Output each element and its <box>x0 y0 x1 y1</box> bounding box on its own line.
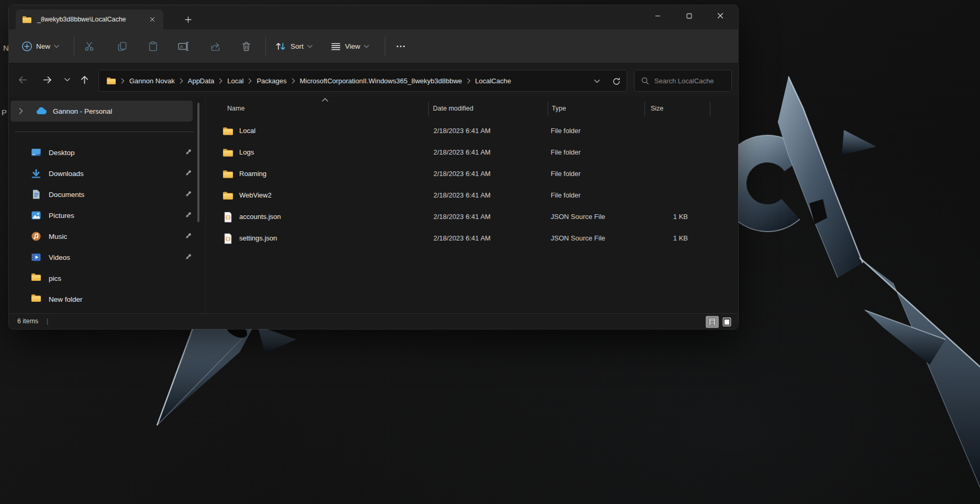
delete-button[interactable] <box>241 29 252 63</box>
breadcrumb-item[interactable]: Packages <box>257 77 286 85</box>
copy-button[interactable] <box>117 29 128 63</box>
column-header-date-modified[interactable]: Date modified <box>433 105 473 112</box>
paste-button[interactable] <box>148 29 159 63</box>
pin-icon <box>184 253 192 261</box>
address-dropdown-button[interactable] <box>588 70 606 92</box>
sidebar-item-desktop[interactable]: Desktop <box>10 142 193 163</box>
column-resize-handle[interactable] <box>710 102 710 116</box>
file-date-modified: 2/18/2023 6:41 AM <box>433 148 491 156</box>
pin-icon <box>184 232 192 240</box>
search-icon <box>641 76 649 85</box>
rename-button[interactable] <box>177 29 190 63</box>
sidebar-item-onedrive-personal[interactable]: Gannon - Personal <box>10 101 193 122</box>
file-row-logs[interactable]: Logs 2/18/2023 6:41 AM File folder <box>206 142 738 163</box>
breadcrumb-item[interactable]: Local <box>227 77 243 85</box>
column-header-size[interactable]: Size <box>651 105 663 112</box>
music-icon <box>31 231 41 242</box>
search-input[interactable] <box>654 77 728 85</box>
large-thumbnails-view-toggle-button[interactable] <box>720 316 733 328</box>
chevron-right-icon[interactable] <box>467 78 471 84</box>
json-file-icon <box>224 212 232 223</box>
folder-icon <box>31 273 41 281</box>
sidebar-item-downloads[interactable]: Downloads <box>10 163 193 184</box>
refresh-button[interactable] <box>606 70 627 92</box>
sidebar-item-pictures[interactable]: Pictures <box>10 205 193 226</box>
view-button[interactable]: View <box>330 29 369 63</box>
sidebar-item-new-folder[interactable]: New folder <box>10 289 193 310</box>
chevron-right-icon[interactable] <box>121 78 125 84</box>
navigation-pane: Gannon - Personal Desktop Downloads Docu… <box>9 96 205 313</box>
sidebar-item-pics[interactable]: pics <box>10 268 193 289</box>
cut-button[interactable] <box>84 29 95 63</box>
downloads-icon <box>31 168 41 179</box>
sidebar-item-label: Music <box>49 233 67 240</box>
chevron-right-icon[interactable] <box>219 78 222 84</box>
file-row-webview2[interactable]: WebView2 2/18/2023 6:41 AM File folder <box>206 185 738 206</box>
sort-button[interactable]: Sort <box>275 29 313 63</box>
breadcrumb-item[interactable]: AppData <box>188 77 215 85</box>
chevron-right-icon[interactable] <box>19 108 23 114</box>
pin-icon <box>184 169 192 177</box>
minimize-button[interactable] <box>645 5 670 26</box>
share-button[interactable] <box>210 29 221 63</box>
chevron-down-icon <box>594 79 600 83</box>
chevron-right-icon[interactable] <box>180 78 183 84</box>
chevron-down-icon <box>64 78 70 82</box>
scissors-icon <box>84 41 95 52</box>
titlebar[interactable]: _8wekyb3d8bbwe\LocalCache <box>9 5 738 29</box>
file-row-roaming[interactable]: Roaming 2/18/2023 6:41 AM File folder <box>206 163 738 185</box>
column-header-type[interactable]: Type <box>552 105 566 112</box>
breadcrumb-item[interactable]: Gannon Novak <box>129 77 175 85</box>
up-button[interactable] <box>75 71 93 89</box>
thumbnails-view-icon <box>722 317 732 327</box>
explorer-tab[interactable]: _8wekyb3d8bbwe\LocalCache <box>16 9 163 29</box>
sidebar-item-music[interactable]: Music <box>10 226 193 247</box>
toolbar-separator <box>385 37 385 56</box>
new-button[interactable]: New <box>21 29 59 63</box>
sidebar-item-videos[interactable]: Videos <box>10 247 193 268</box>
chevron-down-icon <box>307 45 313 48</box>
logo-letter-a <box>778 76 876 278</box>
chevron-right-icon[interactable] <box>292 78 295 84</box>
chevron-right-icon[interactable] <box>248 78 252 84</box>
content-area: Gannon - Personal Desktop Downloads Docu… <box>9 96 738 313</box>
details-view-toggle-button[interactable] <box>706 316 719 328</box>
back-button[interactable] <box>14 71 31 89</box>
more-options-button[interactable] <box>395 29 406 63</box>
column-resize-handle[interactable] <box>644 102 645 116</box>
close-icon <box>717 13 723 19</box>
column-resize-handle[interactable] <box>548 102 548 116</box>
minimize-icon <box>655 13 661 19</box>
breadcrumb-item[interactable]: MicrosoftCorporationII.Windows365_8wekyb… <box>300 77 462 85</box>
plus-icon <box>185 16 192 23</box>
file-size: 1 KB <box>625 234 688 242</box>
sidebar-scrollbar[interactable] <box>197 103 199 222</box>
share-icon <box>210 41 221 52</box>
file-name: settings.json <box>239 234 277 242</box>
folder-icon <box>106 77 116 85</box>
new-tab-button[interactable] <box>182 13 194 26</box>
file-date-modified: 2/18/2023 6:41 AM <box>433 213 491 221</box>
copy-icon <box>117 41 128 52</box>
command-bar: New Sort View <box>9 29 738 63</box>
desktop-icon <box>31 147 41 158</box>
file-row-local[interactable]: Local 2/18/2023 6:41 AM File folder <box>206 120 738 142</box>
sidebar-item-documents[interactable]: Documents <box>10 184 193 205</box>
view-lines-icon <box>330 41 341 52</box>
column-header-name[interactable]: Name <box>227 105 244 112</box>
close-window-button[interactable] <box>708 5 732 26</box>
file-list: Name Date modified Type Size Local 2/18/… <box>205 96 738 313</box>
onedrive-cloud-icon <box>36 107 47 115</box>
column-resize-handle[interactable] <box>428 102 429 116</box>
breadcrumb-item[interactable]: LocalCache <box>475 77 511 85</box>
folder-icon <box>222 190 233 201</box>
tab-close-button[interactable] <box>147 14 158 25</box>
forward-button[interactable] <box>38 71 56 89</box>
status-divider: | <box>47 317 48 325</box>
maximize-button[interactable] <box>677 5 701 26</box>
search-box <box>634 70 732 92</box>
file-row-accounts-json[interactable]: accounts.json 2/18/2023 6:41 AM JSON Sou… <box>206 206 738 228</box>
recent-locations-button[interactable] <box>58 71 76 89</box>
file-row-settings-json[interactable]: settings.json 2/18/2023 6:41 AM JSON Sou… <box>206 228 738 249</box>
breadcrumb-address-bar[interactable]: Gannon Novak AppData Local Packages Micr… <box>98 70 627 92</box>
